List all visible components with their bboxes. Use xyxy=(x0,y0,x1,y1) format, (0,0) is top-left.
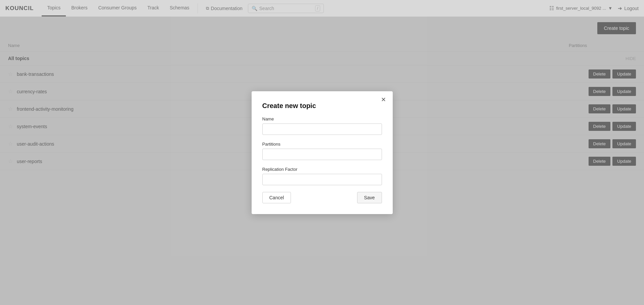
name-label: Name xyxy=(262,116,382,121)
partitions-input[interactable] xyxy=(262,149,382,160)
partitions-form-group: Partitions xyxy=(262,142,382,160)
name-form-group: Name xyxy=(262,116,382,135)
partitions-label: Partitions xyxy=(262,142,382,147)
create-topic-modal: ✕ Create new topic Name Partitions Repli… xyxy=(252,91,393,170)
modal-overlay: ✕ Create new topic Name Partitions Repli… xyxy=(0,0,644,170)
replication-factor-form-group: Replication Factor xyxy=(262,167,382,170)
replication-factor-label: Replication Factor xyxy=(262,167,382,170)
topic-name-input[interactable] xyxy=(262,123,382,135)
modal-close-button[interactable]: ✕ xyxy=(381,97,386,103)
modal-title: Create new topic xyxy=(262,102,382,110)
